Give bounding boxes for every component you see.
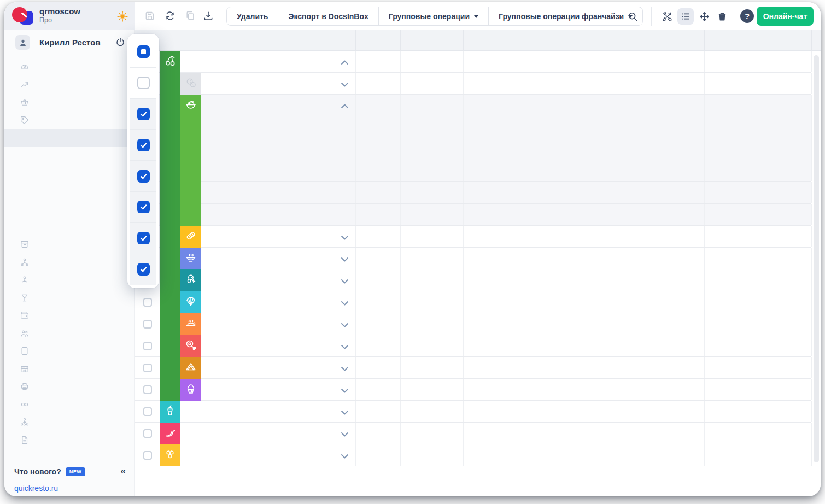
cell-cost[interactable] <box>559 116 647 138</box>
row-checkbox[interactable] <box>137 139 150 151</box>
table-row[interactable] <box>135 116 811 138</box>
sidebar-subitem-Полуфабрикаты[interactable] <box>4 183 134 201</box>
cell-price[interactable] <box>400 160 463 181</box>
category-tile[interactable] <box>180 291 201 313</box>
row-checkbox[interactable] <box>137 77 150 89</box>
chevron-down-icon[interactable] <box>341 408 348 415</box>
chevron-down-icon[interactable] <box>341 365 348 371</box>
category-tile[interactable] <box>180 248 201 269</box>
column-settings-menu[interactable] <box>783 30 811 51</box>
user-row[interactable]: Кирилл Рестов <box>4 34 134 54</box>
row-checkbox[interactable] <box>137 108 150 120</box>
chevron-down-icon[interactable] <box>341 430 348 437</box>
cell-stock[interactable] <box>463 182 559 203</box>
table-row[interactable] <box>135 204 811 226</box>
cell-cost[interactable] <box>559 138 647 160</box>
select-all-checkbox[interactable] <box>137 45 150 58</box>
category-tile[interactable] <box>160 51 180 73</box>
sidebar-item-Интеграции[interactable] <box>4 396 134 414</box>
save-button[interactable] <box>143 9 157 23</box>
cell-markup[interactable] <box>647 204 704 225</box>
chevron-down-icon[interactable] <box>341 343 348 349</box>
table-row[interactable] <box>135 379 811 401</box>
chevron-down-icon[interactable] <box>341 233 348 240</box>
cell-stock[interactable] <box>463 204 559 225</box>
sidebar-subitem-Меню на терминале[interactable] <box>4 200 134 218</box>
copy-button[interactable] <box>183 9 197 23</box>
sidebar-subitem-Модификаторы[interactable] <box>4 147 134 165</box>
column-header-markup[interactable] <box>647 30 704 51</box>
row-checkbox[interactable] <box>143 364 152 372</box>
whats-new-link[interactable]: Что нового? NEW <box>14 467 85 476</box>
chevron-down-icon[interactable] <box>341 452 348 459</box>
chevron-down-icon[interactable] <box>341 255 348 262</box>
sidebar-item-ЭДО и маркировка[interactable] <box>4 431 134 449</box>
refresh-button[interactable] <box>163 9 177 23</box>
sidebar-item-Предприятие[interactable] <box>4 360 134 378</box>
sidebar-item-CRM[interactable] <box>4 254 134 272</box>
category-tile[interactable] <box>180 357 201 379</box>
cell-markup[interactable] <box>647 182 704 203</box>
table-row[interactable] <box>135 95 811 116</box>
row-checkbox[interactable] <box>143 385 152 394</box>
cell-cost[interactable] <box>559 182 647 203</box>
theme-sun-icon[interactable] <box>116 10 128 22</box>
toolbar-button-1[interactable]: Экспорт в DocsInBox <box>278 7 378 25</box>
cell-art[interactable] <box>355 182 400 203</box>
vertical-scrollbar[interactable] <box>814 55 819 462</box>
table-row[interactable] <box>135 291 811 313</box>
cell-price[interactable] <box>400 204 463 225</box>
category-tile[interactable] <box>180 269 201 291</box>
table-row[interactable] <box>135 335 811 357</box>
column-header-name[interactable] <box>135 30 355 51</box>
table-row[interactable] <box>135 160 811 182</box>
cell-markup[interactable] <box>647 138 704 160</box>
row-checkbox[interactable] <box>143 407 152 416</box>
column-header-stock[interactable] <box>463 30 559 51</box>
chevron-up-icon[interactable] <box>341 58 348 65</box>
table-row[interactable] <box>135 313 811 335</box>
sidebar-item-Франшиза[interactable] <box>4 413 134 431</box>
column-header-cost[interactable] <box>559 30 647 51</box>
row-checkbox[interactable] <box>143 451 152 460</box>
sidebar-item-Лояльность.360[interactable] <box>4 271 134 289</box>
toolbar-button-0[interactable]: Удалить <box>227 7 278 25</box>
cell-art[interactable] <box>355 204 400 225</box>
chevron-down-icon[interactable] <box>341 299 348 306</box>
category-tile[interactable] <box>180 226 201 248</box>
cell-art[interactable] <box>355 138 400 160</box>
table-row[interactable] <box>135 423 811 444</box>
column-header-art[interactable] <box>355 30 400 51</box>
chevron-down-icon[interactable] <box>341 386 348 393</box>
row-checkbox[interactable] <box>137 263 150 276</box>
cell-price[interactable] <box>400 182 463 203</box>
sidebar-item-Продажи[interactable] <box>4 93 134 112</box>
category-tile[interactable] <box>180 73 201 95</box>
help-button[interactable]: ? <box>740 9 754 23</box>
sidebar-item-Финансы[interactable] <box>4 307 134 325</box>
chevron-down-icon[interactable] <box>341 80 348 87</box>
cell-markup[interactable] <box>647 160 704 181</box>
category-tile[interactable] <box>160 423 180 444</box>
cell-stock[interactable] <box>463 138 559 160</box>
table-row[interactable] <box>135 226 811 248</box>
trash-button[interactable] <box>714 8 730 25</box>
row-checkbox[interactable] <box>137 201 150 213</box>
sidebar-subitem-Онлайн-меню[interactable] <box>4 218 134 236</box>
category-tile[interactable] <box>160 444 180 466</box>
table-row[interactable] <box>135 51 811 73</box>
table-row[interactable] <box>135 401 811 423</box>
sidebar-item-Персонал[interactable] <box>4 325 134 343</box>
cell-markup[interactable] <box>647 116 704 138</box>
move-button[interactable] <box>696 8 712 25</box>
column-header-group[interactable] <box>704 30 783 51</box>
table-row[interactable] <box>135 182 811 204</box>
category-tile[interactable] <box>180 335 201 357</box>
cell-art[interactable] <box>355 160 400 181</box>
column-header-price[interactable] <box>400 30 463 51</box>
table-row[interactable] <box>135 73 811 95</box>
sidebar-subitem-Ингредиенты[interactable] <box>4 165 134 183</box>
table-row[interactable] <box>135 138 811 160</box>
search-button[interactable] <box>624 8 641 25</box>
row-checkbox[interactable] <box>143 298 152 307</box>
